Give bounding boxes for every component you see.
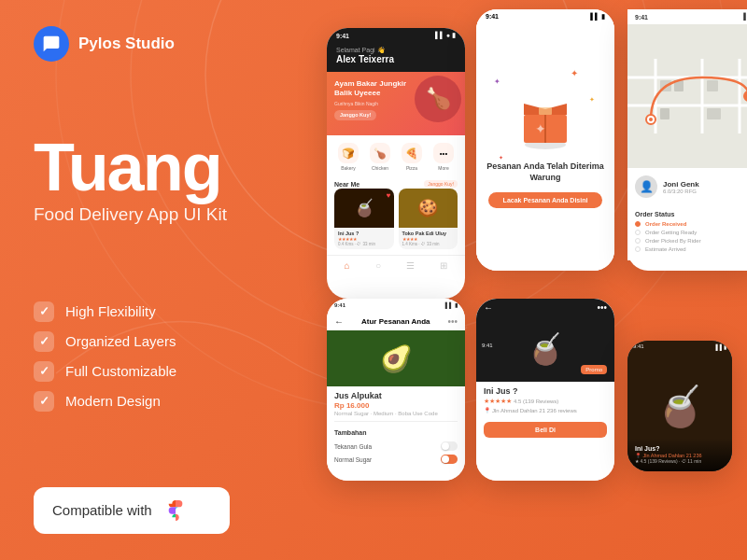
phone-5-location: 📍 Jln Ahmad Dahlan 21 236 reviews xyxy=(484,407,607,413)
phone-4-food-name: Jus Alpukat xyxy=(327,386,465,401)
phone-3-user-info: 👤 Joni Genk 6.0/3:20 RFG xyxy=(627,168,747,205)
food-card-1-info: Ini Jus ? ★★★★★ 0.4 Kms · ⏱ 33 min xyxy=(334,228,394,249)
cat-chicken: 🍗 Chicken xyxy=(370,143,390,171)
near-me-title: Near Me xyxy=(334,181,359,188)
sparkle-3: ✦ xyxy=(589,96,595,104)
toggle-2[interactable] xyxy=(441,455,458,464)
divider xyxy=(334,421,458,422)
phone-2-time: 9:41 xyxy=(486,13,499,21)
phone-5-screen: ← ••• 🧉 9:41 Promo Ini Jus ? ★★★★★ 4.5 (… xyxy=(476,299,614,481)
sparkle-1: ✦ xyxy=(571,68,578,78)
sparkle-4: ✦ xyxy=(499,154,503,161)
toggle-1[interactable] xyxy=(441,441,458,451)
feature-item-2: Organized Layers xyxy=(34,331,284,352)
studio-name: Pylos Studio xyxy=(78,35,175,53)
phone-1-food-icon: 🍗 xyxy=(415,76,461,122)
phone-6-screen: 🧉 9:41 ▌▌▮ Ini Jus? 📍 Jln Ahmad Dahlan 2… xyxy=(627,341,732,471)
phone-mockup-2: 9:41 ▌▌ ▮ ✦ ✦ ✦ ✦ xyxy=(476,9,614,271)
phone-1-time: 9:41 xyxy=(336,33,349,39)
status-dot-4 xyxy=(635,246,641,252)
more-icon: ••• xyxy=(433,143,454,163)
phone-5-status-bar-overlay: 9:41 xyxy=(482,320,493,355)
back-icon[interactable]: ← xyxy=(334,316,344,327)
add-item-row-1: Tekanan Gula xyxy=(327,440,465,453)
phone-2-signal: ▌▌ ▮ xyxy=(590,13,605,21)
phone-5-stars-row: ★★★★★ 4.5 (139 Reviews) xyxy=(484,398,607,405)
check-icon-2 xyxy=(34,331,54,352)
bakery-icon: 🍞 xyxy=(338,143,359,163)
user-name: Joni Genk xyxy=(663,180,699,189)
phone-2-track-button[interactable]: Lacak Pesanan Anda Disini xyxy=(488,192,603,208)
phone-4-signal: ▌▌ ▮ xyxy=(445,301,458,308)
add-item-label-1: Tekanan Gula xyxy=(334,443,372,450)
figma-icon xyxy=(165,500,186,521)
phone-4-food-price: Rp 16.000 xyxy=(327,401,465,410)
phone-2-screen: 9:41 ▌▌ ▮ ✦ ✦ ✦ ✦ xyxy=(476,9,614,271)
more-options-icon[interactable]: ••• xyxy=(447,316,458,327)
more-label: More xyxy=(438,165,448,171)
food-card-2-img: 🍪 xyxy=(399,189,458,228)
nav-grid[interactable]: ⊞ xyxy=(440,260,447,271)
feature-label-3: Full Customizable xyxy=(65,363,176,379)
user-avatar: 👤 xyxy=(635,175,657,198)
phone-6-overlay: Ini Jus? 📍 Jln Ahmad Dahlan 21 236 ★ 4.5… xyxy=(627,438,732,471)
check-icon-3 xyxy=(34,361,54,382)
user-id: 6.0/3:20 RFG xyxy=(663,189,699,194)
phone-mockup-3: 9:41 ▌▌ ▮ xyxy=(627,9,747,271)
food-card-2: 🍪 Toko Pak Edi Uluy ★★★★ 1.4 Kms · ⏱ 33 … xyxy=(399,189,458,249)
phone-5-food-image: 🧉 9:41 Promo xyxy=(476,316,614,382)
phone-4-header: ← Atur Pesanan Anda ••• xyxy=(327,311,465,330)
phone-5-food-title: Ini Jus ? xyxy=(484,386,607,396)
box-wrapper: ✦ ✦ ✦ ✦ xyxy=(513,87,578,156)
phone-1-banner: Ayam Bakar JungkirBalik Uyeeee Gurihnya … xyxy=(327,72,465,135)
phone-6-stars: ★ 4.5 (139 Reviews) · ⏱ 11 min xyxy=(635,458,725,464)
map-svg: 📍 xyxy=(627,24,747,168)
nav-home[interactable]: ⌂ xyxy=(345,260,350,271)
status-label-2: Order Getting Ready xyxy=(645,230,697,235)
see-all-btn[interactable]: Janggo Kuy! xyxy=(424,180,458,188)
compatible-text: Compatible with xyxy=(52,502,152,518)
phone-5-reviews: 4.5 (139 Reviews) xyxy=(514,399,558,404)
phone-5-header: ← ••• xyxy=(476,299,614,316)
food-card-1-img: 🧉 ♥ xyxy=(334,189,394,228)
location-text: Jln Ahmad Dahlan 21 236 reviews xyxy=(492,408,577,413)
pizza-icon: 🍕 xyxy=(402,143,422,163)
status-item-3: Order Picked By Rider xyxy=(635,238,747,244)
feature-item-4: Modern Design xyxy=(34,391,284,412)
phone-mockup-4: 9:41 ▌▌ ▮ ← Atur Pesanan Anda ••• 🥑 Jus … xyxy=(327,299,465,481)
cat-more: ••• More xyxy=(433,143,454,171)
phone-1-icons: ▌▌ ● ▮ xyxy=(435,32,456,39)
phone-3-map: 📍 xyxy=(627,24,747,168)
phone-3-screen: 9:41 ▌▌ ▮ xyxy=(627,9,747,271)
app-subtitle: Food Delivery App UI Kit xyxy=(34,204,284,225)
phone-5-back-icon[interactable]: ← xyxy=(484,302,493,313)
add-item-label-2: Normal Sugar xyxy=(334,456,372,463)
phone-3-signal: ▌▌ ▮ xyxy=(743,13,747,21)
phone-5-buy-button[interactable]: Beli Di xyxy=(484,422,607,438)
header: Pylos Studio xyxy=(34,26,284,62)
phone-5-more-icon[interactable]: ••• xyxy=(597,302,607,313)
status-label-4: Estimate Arrived xyxy=(645,246,686,252)
phone-5-info: Ini Jus ? ★★★★★ 4.5 (139 Reviews) 📍 Jln … xyxy=(476,382,614,418)
status-label-3: Order Picked By Rider xyxy=(645,238,701,244)
phone-1-greeting: Selamat Pagi 👋 xyxy=(336,47,456,54)
feature-label-2: Organized Layers xyxy=(65,333,176,349)
fav-icon-1: ♥ xyxy=(387,191,391,200)
features-list: High Flexibility Organized Layers Full C… xyxy=(34,301,284,412)
food-card-1: 🧉 ♥ Ini Jus ? ★★★★★ 0.4 Kms · ⏱ 33 min xyxy=(334,189,394,249)
feature-item: High Flexibility xyxy=(34,301,284,322)
svg-rect-17 xyxy=(660,108,669,119)
near-me-header: Near Me Janggo Kuy! xyxy=(327,178,465,189)
nav-search[interactable]: ○ xyxy=(375,260,381,271)
order-status-title: Order Status xyxy=(635,211,747,217)
box-svg-icon: ✦ xyxy=(513,87,578,152)
phone-1-header: Selamat Pagi 👋 Alex Teixerra xyxy=(327,43,465,72)
svg-rect-16 xyxy=(707,80,718,91)
phone-4-time: 9:41 xyxy=(334,302,345,308)
cat-pizza: 🍕 Pizza xyxy=(402,143,422,171)
nav-orders[interactable]: ☰ xyxy=(406,260,415,271)
phone-6-food-title: Ini Jus? xyxy=(635,445,725,452)
check-icon-4 xyxy=(34,391,54,412)
left-panel: Pylos Studio Tuang Food Delivery App UI … xyxy=(0,0,317,560)
status-label-1: Order Received xyxy=(645,221,686,227)
